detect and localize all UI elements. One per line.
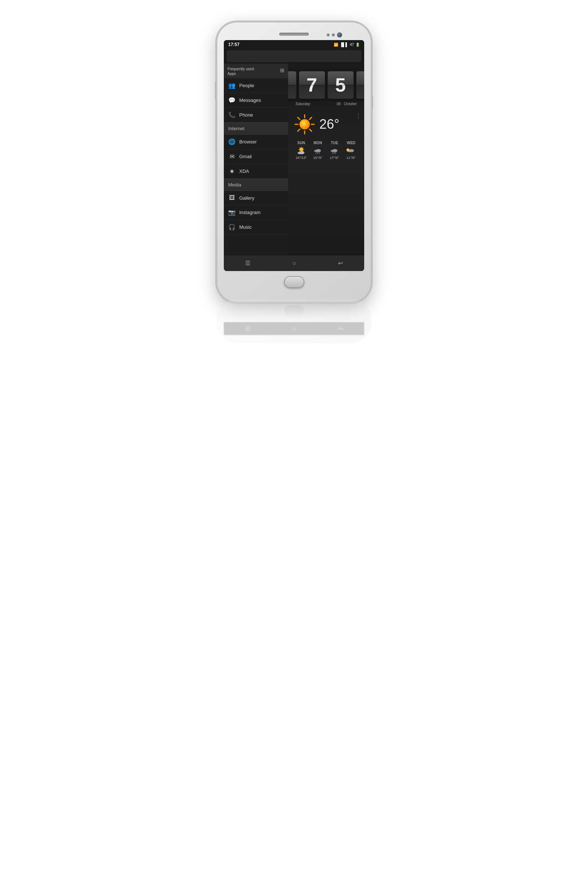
svg-point-21 xyxy=(316,149,321,152)
forecast-tue-temps: 17°/6° xyxy=(330,156,339,159)
svg-line-27 xyxy=(333,153,333,154)
app-sidebar: Frequently used Apps ⊞ 👥 People 💬 xyxy=(224,64,288,255)
messages-label: Messages xyxy=(239,98,261,103)
weather-more-icon[interactable]: ⋮ xyxy=(356,113,361,120)
svg-line-22 xyxy=(316,153,316,154)
sun-icon xyxy=(294,113,316,135)
phone-shell: 17:57 📶 ▐▌▌ 47 🔋 xyxy=(217,22,371,302)
wifi-icon: 📶 xyxy=(334,43,338,47)
sidebar-header: Frequently used Apps ⊞ xyxy=(224,64,288,78)
svg-line-16 xyxy=(303,147,303,148)
xda-label: XDA xyxy=(239,168,249,174)
xda-icon: ★ xyxy=(228,168,236,175)
category-internet: Internet xyxy=(224,122,288,135)
nav-back-btn[interactable]: ↩ xyxy=(334,258,347,268)
category-media: Media xyxy=(224,179,288,191)
instagram-icon: 📷 xyxy=(228,209,236,216)
power-button[interactable] xyxy=(371,96,373,109)
gmail-label: Gmail xyxy=(239,154,252,159)
gallery-label: Gallery xyxy=(239,195,254,201)
flip-clock: 1 7 5 7 xyxy=(288,71,364,99)
sidebar-title-line1: Frequently used xyxy=(228,67,254,71)
forecast-mon-label: MON xyxy=(314,141,322,145)
svg-point-19 xyxy=(299,151,304,154)
forecast-sun: SUN xyxy=(294,141,309,159)
nav-home-btn[interactable]: ○ xyxy=(288,259,301,268)
nav-menu-btn[interactable]: ☰ xyxy=(241,258,255,268)
app-item-browser[interactable]: 🌐 Browser xyxy=(224,135,288,149)
search-bar[interactable] xyxy=(227,50,361,62)
svg-line-23 xyxy=(318,153,318,154)
sun-svg xyxy=(294,113,316,135)
gallery-icon: 🖼 xyxy=(228,194,236,201)
page-container: 17:57 📶 ▐▌▌ 47 🔋 xyxy=(217,22,371,343)
phone-wrapper: 17:57 📶 ▐▌▌ 47 🔋 xyxy=(217,22,371,302)
reflection-navbar: ☰ ○ ↩ xyxy=(224,322,364,335)
app-item-phone[interactable]: 📞 Phone xyxy=(224,108,288,122)
grid-icon[interactable]: ⊞ xyxy=(280,67,285,73)
status-icons: 📶 ▐▌▌ 47 🔋 xyxy=(334,42,360,47)
app-item-gallery[interactable]: 🖼 Gallery xyxy=(224,191,288,205)
volume-button[interactable] xyxy=(215,81,217,100)
browser-label: Browser xyxy=(239,139,257,144)
browser-icon: 🌐 xyxy=(228,138,236,145)
battery-icon: 🔋 xyxy=(356,43,360,47)
people-icon: 👥 xyxy=(228,82,236,89)
forecast-sun-icon xyxy=(296,146,306,155)
home-button[interactable] xyxy=(284,276,304,288)
battery-value: 47 xyxy=(350,43,354,47)
svg-line-5 xyxy=(309,129,312,131)
phone-reflection: ☰ ○ ↩ xyxy=(217,299,371,343)
app-item-music[interactable]: 🎧 Music xyxy=(224,220,288,235)
phone-navbar: ☰ ○ ↩ xyxy=(224,255,364,271)
sensor-dot-2 xyxy=(332,33,335,36)
sidebar-title-line2: Apps xyxy=(228,72,236,76)
clock-date-num: 06 xyxy=(337,102,340,106)
flip-hour2: 7 xyxy=(299,71,325,99)
instagram-label: Instagram xyxy=(239,210,261,215)
forecast-tue-icon xyxy=(329,146,340,155)
phone-icon: 📞 xyxy=(228,111,236,119)
svg-line-6 xyxy=(309,117,312,120)
phone-top xyxy=(224,30,364,40)
app-item-gmail[interactable]: ✉ Gmail xyxy=(224,149,288,164)
app-item-xda[interactable]: ★ XDA xyxy=(224,164,288,179)
flip-min1: 5 xyxy=(327,71,354,99)
forecast-mon-icon xyxy=(313,146,323,155)
clock-day: Saturday xyxy=(296,102,310,106)
forecast-tue: TUE 17°/6° xyxy=(327,141,342,159)
forecast-sun-temps: 24°/13° xyxy=(296,156,307,159)
sidebar-header-text: Frequently used Apps xyxy=(228,66,254,76)
forecast-sun-label: SUN xyxy=(297,141,305,145)
messages-icon: 💬 xyxy=(228,97,236,104)
status-time: 17:57 xyxy=(228,42,240,47)
svg-point-8 xyxy=(300,119,310,129)
phone-bottom xyxy=(224,271,364,291)
flip-min2: 7 xyxy=(356,71,364,99)
forecast-mon: MON 15°/9° xyxy=(310,141,325,159)
internet-label: Internet xyxy=(228,126,244,131)
app-item-messages[interactable]: 💬 Messages xyxy=(224,93,288,108)
widget-area: 1 7 5 7 Saturday 06 October xyxy=(288,64,364,255)
clock-date: 06 October xyxy=(337,102,357,106)
svg-point-26 xyxy=(333,149,338,152)
music-label: Music xyxy=(239,224,252,230)
front-camera-lens xyxy=(337,32,342,38)
svg-point-31 xyxy=(349,149,354,152)
reflection-shell: ☰ ○ ↩ xyxy=(217,299,371,343)
clock-date-row: Saturday 06 October xyxy=(294,102,358,106)
forecast-wed-label: WED xyxy=(347,141,356,145)
svg-line-4 xyxy=(298,117,300,120)
reflection-home-button xyxy=(284,305,304,317)
phone-label: Phone xyxy=(239,112,253,118)
app-item-instagram[interactable]: 📷 Instagram xyxy=(224,205,288,220)
phone-screen: 17:57 📶 ▐▌▌ 47 🔋 xyxy=(224,40,364,271)
svg-line-7 xyxy=(298,129,300,131)
people-label: People xyxy=(239,83,254,88)
screen-content: Frequently used Apps ⊞ 👥 People 💬 xyxy=(224,64,364,255)
forecast-wed-icon xyxy=(346,146,356,155)
svg-line-28 xyxy=(334,153,334,154)
signal-icon: ▐▌▌ xyxy=(340,42,348,47)
app-item-people[interactable]: 👥 People xyxy=(224,78,288,93)
svg-line-15 xyxy=(303,151,303,151)
